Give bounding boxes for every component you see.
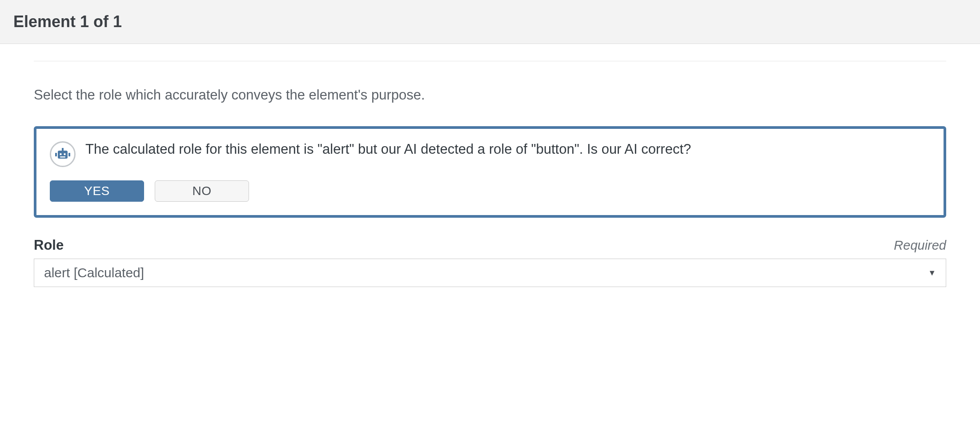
page-title: Element 1 of 1	[13, 12, 967, 31]
role-label: Role	[34, 237, 64, 253]
ai-message-text: The calculated role for this element is …	[85, 140, 691, 158]
instruction-text: Select the role which accurately conveys…	[34, 87, 946, 103]
divider	[34, 61, 946, 61]
svg-point-3	[64, 153, 65, 155]
svg-rect-6	[68, 153, 70, 156]
page-header: Element 1 of 1	[0, 0, 980, 44]
svg-rect-4	[60, 156, 65, 157]
content-area: Select the role which accurately conveys…	[0, 61, 980, 287]
ai-message-row: The calculated role for this element is …	[50, 140, 930, 167]
yes-button[interactable]: YES	[50, 180, 144, 202]
svg-rect-1	[62, 148, 64, 151]
svg-point-2	[60, 153, 61, 155]
ai-suggestion-box: The calculated role for this element is …	[34, 126, 946, 218]
no-button[interactable]: NO	[155, 180, 249, 202]
chevron-down-icon: ▼	[928, 268, 936, 278]
svg-rect-5	[55, 153, 57, 156]
required-label: Required	[894, 238, 946, 253]
role-select[interactable]: alert [Calculated] ▼	[34, 259, 946, 287]
role-label-row: Role Required	[34, 237, 946, 253]
robot-icon	[50, 141, 76, 167]
role-select-value: alert [Calculated]	[44, 265, 144, 280]
ai-button-row: YES NO	[50, 180, 930, 202]
